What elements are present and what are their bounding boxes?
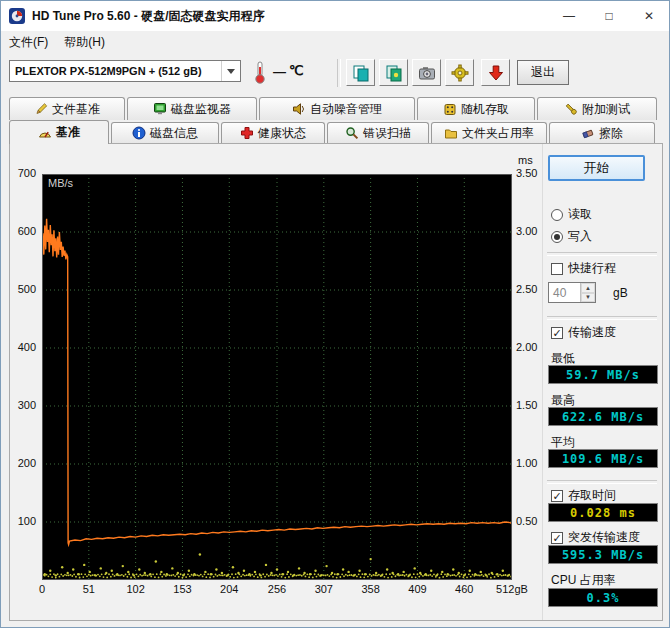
- tab-health[interactable]: 健康状态: [221, 122, 325, 143]
- temperature-unit: ℃: [289, 63, 304, 78]
- transfer-speed-checkbox[interactable]: ✓ 传输速度: [551, 324, 616, 341]
- tab-label: 基准: [56, 124, 80, 141]
- info-icon: [132, 126, 146, 140]
- options-button[interactable]: [445, 59, 474, 86]
- title-bar: HD Tune Pro 5.60 - 硬盘/固态硬盘实用程序 — □ ✕: [1, 1, 669, 31]
- tick-label: 2.50: [516, 283, 537, 295]
- tick-label: 358: [361, 583, 379, 595]
- read-radio[interactable]: 读取: [551, 206, 592, 223]
- copy-icon: [351, 63, 371, 83]
- tab-error-scan[interactable]: 错误扫描: [327, 122, 429, 143]
- short-stroke-unit: gB: [613, 286, 628, 300]
- access-time-checkbox[interactable]: ✓ 存取时间: [551, 487, 616, 504]
- thermometer-icon: [254, 60, 266, 84]
- plot-canvas: [42, 174, 512, 580]
- red-down-arrow-icon: [486, 63, 506, 83]
- separator: [547, 316, 657, 320]
- minimize-button[interactable]: —: [549, 1, 589, 31]
- tab-aam[interactable]: 自动噪音管理: [259, 97, 415, 120]
- tab-row-primary: 基准 磁盘信息 健康状态 错误扫描: [1, 120, 669, 143]
- screenshot-button[interactable]: [412, 59, 441, 86]
- spinner[interactable]: ▲ ▼: [580, 283, 595, 302]
- menu-bar: 文件(F) 帮助(H): [1, 31, 669, 53]
- tick-label: 400: [18, 341, 36, 353]
- tab-random-access[interactable]: 随机存取: [417, 97, 535, 120]
- write-radio-label: 写入: [568, 228, 592, 245]
- tab-erase[interactable]: 擦除: [549, 122, 655, 143]
- tab-disk-monitor[interactable]: 磁盘监视器: [127, 97, 257, 120]
- tab-row-secondary: 文件基准 磁盘监视器 自动噪音管理 随机存取: [1, 97, 669, 120]
- read-radio-label: 读取: [568, 206, 592, 223]
- benchmark-chart: MB/s ms 700600500400300200100 3.503.002.…: [10, 144, 542, 620]
- toolbar: PLEXTOR PX-512M9PGN + (512 gB) — ℃: [1, 53, 669, 95]
- drive-select[interactable]: PLEXTOR PX-512M9PGN + (512 gB): [9, 60, 241, 82]
- tab-extra-tests[interactable]: 附加测试: [537, 97, 657, 120]
- y-right-unit-label: ms: [518, 154, 533, 166]
- download-button[interactable]: [481, 59, 510, 86]
- tick-label: 204: [220, 583, 238, 595]
- separator: [547, 252, 657, 256]
- menu-file[interactable]: 文件(F): [1, 31, 56, 54]
- min-value-display: 59.7 MB/s: [548, 365, 658, 384]
- camera-icon: [417, 63, 437, 83]
- tick-label: 1.00: [516, 457, 537, 469]
- tab-disk-info[interactable]: 磁盘信息: [111, 122, 219, 143]
- checkbox-checked-icon: ✓: [551, 532, 563, 544]
- speaker-icon: [292, 102, 306, 116]
- y-axis-right-labels: 3.503.002.502.001.501.000.50: [516, 174, 542, 580]
- tick-label: 0.50: [516, 515, 537, 527]
- copy-text-button[interactable]: [346, 59, 375, 86]
- tick-label: 100: [18, 515, 36, 527]
- tick-label: 0: [39, 583, 45, 595]
- close-button[interactable]: ✕: [629, 1, 669, 31]
- magnifier-icon: [345, 126, 359, 140]
- tick-label: 3.00: [516, 225, 537, 237]
- short-stroke-label: 快捷行程: [568, 260, 616, 277]
- tab-label: 擦除: [599, 125, 623, 142]
- tick-label: 200: [18, 457, 36, 469]
- short-stroke-input[interactable]: 40 ▲ ▼: [548, 282, 596, 303]
- short-stroke-value: 40: [549, 283, 580, 302]
- cpu-usage-display: 0.3%: [548, 588, 658, 607]
- tick-label: 153: [173, 583, 191, 595]
- spin-up-icon[interactable]: ▲: [581, 283, 595, 293]
- tick-label: 600: [18, 225, 36, 237]
- radio-dot-icon: [551, 231, 563, 243]
- tab-label: 附加测试: [582, 101, 630, 118]
- exit-button[interactable]: 退出: [517, 60, 569, 85]
- y-axis-left-labels: 700600500400300200100: [10, 174, 38, 580]
- tab-folder-usage[interactable]: 文件夹占用率: [431, 122, 547, 143]
- tab-file-benchmark[interactable]: 文件基准: [9, 97, 125, 120]
- maximize-button[interactable]: □: [589, 1, 629, 31]
- menu-help[interactable]: 帮助(H): [56, 31, 113, 54]
- tick-label: 2.00: [516, 341, 537, 353]
- access-time-label: 存取时间: [568, 487, 616, 504]
- transfer-speed-label: 传输速度: [568, 324, 616, 341]
- write-radio[interactable]: 写入: [551, 228, 592, 245]
- app-window: HD Tune Pro 5.60 - 硬盘/固态硬盘实用程序 — □ ✕ 文件(…: [0, 0, 670, 628]
- y-left-unit-label: MB/s: [48, 177, 73, 189]
- toolbar-separator: [337, 59, 341, 87]
- spin-down-icon[interactable]: ▼: [581, 293, 595, 303]
- burst-rate-checkbox[interactable]: ✓ 突发传输速度: [551, 529, 640, 546]
- tab-label: 文件夹占用率: [462, 125, 534, 142]
- pencil-icon: [34, 102, 48, 116]
- benchmark-page: MB/s ms 700600500400300200100 3.503.002.…: [9, 143, 663, 621]
- separator: [547, 480, 657, 484]
- tab-benchmark[interactable]: 基准: [9, 120, 109, 144]
- checkbox-empty-icon: [551, 263, 563, 275]
- start-button[interactable]: 开始: [548, 155, 645, 181]
- tick-label: 500: [18, 283, 36, 295]
- radio-circle-icon: [551, 209, 563, 221]
- tick-label: 700: [18, 167, 36, 179]
- chevron-down-icon[interactable]: [221, 61, 240, 81]
- tick-label: 102: [126, 583, 144, 595]
- x-axis-labels: 051102153204256307358409460512gB: [42, 583, 522, 597]
- copy-image-button[interactable]: [379, 59, 408, 86]
- gauge-icon: [38, 126, 52, 140]
- copy-image-icon: [384, 63, 404, 83]
- checkbox-checked-icon: ✓: [551, 327, 563, 339]
- tab-label: 文件基准: [52, 101, 100, 118]
- max-value-display: 622.6 MB/s: [548, 407, 658, 426]
- short-stroke-checkbox[interactable]: 快捷行程: [551, 260, 616, 277]
